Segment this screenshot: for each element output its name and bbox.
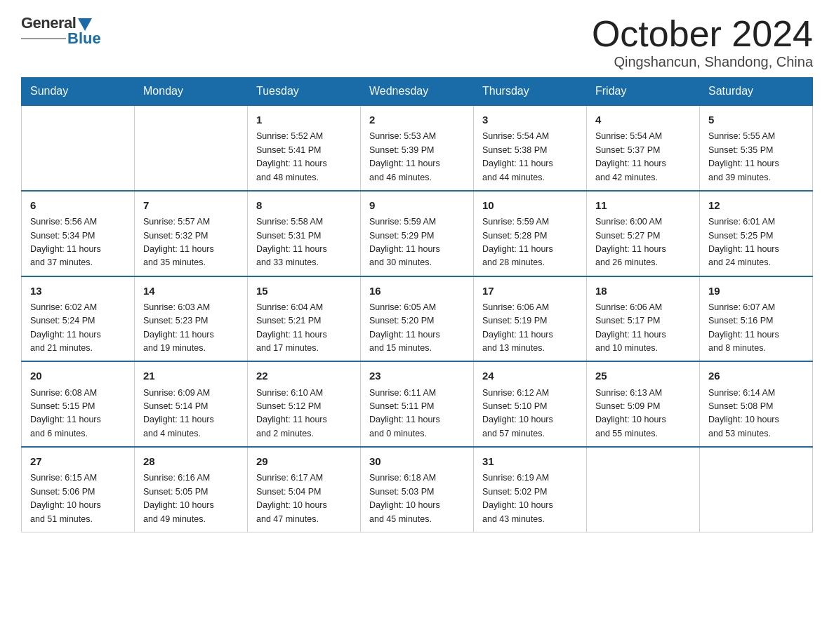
week-row-2: 6Sunrise: 5:56 AM Sunset: 5:34 PM Daylig… bbox=[22, 191, 813, 276]
day-info: Sunrise: 6:09 AM Sunset: 5:14 PM Dayligh… bbox=[143, 387, 239, 441]
day-number: 8 bbox=[256, 197, 352, 213]
day-info: Sunrise: 5:55 AM Sunset: 5:35 PM Dayligh… bbox=[708, 130, 804, 185]
day-info: Sunrise: 6:00 AM Sunset: 5:27 PM Dayligh… bbox=[595, 215, 691, 270]
day-number: 27 bbox=[30, 453, 126, 469]
day-info: Sunrise: 5:54 AM Sunset: 5:37 PM Dayligh… bbox=[595, 130, 691, 185]
day-info: Sunrise: 6:06 AM Sunset: 5:17 PM Dayligh… bbox=[595, 301, 691, 356]
day-info: Sunrise: 5:56 AM Sunset: 5:34 PM Dayligh… bbox=[30, 215, 126, 270]
calendar-cell: 16Sunrise: 6:05 AM Sunset: 5:20 PM Dayli… bbox=[361, 276, 474, 362]
calendar-cell: 22Sunrise: 6:10 AM Sunset: 5:12 PM Dayli… bbox=[248, 361, 361, 447]
header: General Blue October 2024 Qingshancun, S… bbox=[21, 14, 813, 70]
day-number: 5 bbox=[708, 112, 804, 128]
day-number: 6 bbox=[30, 197, 126, 213]
day-info: Sunrise: 5:59 AM Sunset: 5:29 PM Dayligh… bbox=[369, 215, 465, 270]
day-info: Sunrise: 5:52 AM Sunset: 5:41 PM Dayligh… bbox=[256, 130, 352, 185]
calendar-cell: 20Sunrise: 6:08 AM Sunset: 5:15 PM Dayli… bbox=[22, 361, 135, 447]
week-row-3: 13Sunrise: 6:02 AM Sunset: 5:24 PM Dayli… bbox=[22, 276, 813, 362]
title-area: October 2024 Qingshancun, Shandong, Chin… bbox=[592, 14, 813, 70]
calendar-cell: 23Sunrise: 6:11 AM Sunset: 5:11 PM Dayli… bbox=[361, 361, 474, 447]
day-number: 28 bbox=[143, 453, 239, 469]
calendar-cell: 14Sunrise: 6:03 AM Sunset: 5:23 PM Dayli… bbox=[135, 276, 248, 362]
calendar-cell: 30Sunrise: 6:18 AM Sunset: 5:03 PM Dayli… bbox=[361, 447, 474, 532]
calendar-cell bbox=[22, 105, 135, 191]
calendar-cell: 17Sunrise: 6:06 AM Sunset: 5:19 PM Dayli… bbox=[474, 276, 587, 362]
calendar-cell: 21Sunrise: 6:09 AM Sunset: 5:14 PM Dayli… bbox=[135, 361, 248, 447]
day-info: Sunrise: 6:08 AM Sunset: 5:15 PM Dayligh… bbox=[30, 387, 126, 441]
day-number: 3 bbox=[482, 112, 578, 128]
day-info: Sunrise: 6:16 AM Sunset: 5:05 PM Dayligh… bbox=[143, 471, 239, 526]
weekday-header-wednesday: Wednesday bbox=[361, 78, 474, 106]
day-info: Sunrise: 5:53 AM Sunset: 5:39 PM Dayligh… bbox=[369, 130, 465, 185]
calendar-cell: 4Sunrise: 5:54 AM Sunset: 5:37 PM Daylig… bbox=[587, 105, 700, 191]
day-info: Sunrise: 5:58 AM Sunset: 5:31 PM Dayligh… bbox=[256, 215, 352, 270]
calendar-cell: 25Sunrise: 6:13 AM Sunset: 5:09 PM Dayli… bbox=[587, 361, 700, 447]
day-number: 29 bbox=[256, 453, 352, 469]
day-number: 23 bbox=[369, 368, 465, 384]
day-number: 21 bbox=[143, 368, 239, 384]
day-number: 2 bbox=[369, 112, 465, 128]
day-number: 14 bbox=[143, 283, 239, 299]
day-number: 22 bbox=[256, 368, 352, 384]
day-number: 25 bbox=[595, 368, 691, 384]
weekday-header-saturday: Saturday bbox=[700, 78, 813, 106]
weekday-header-row: SundayMondayTuesdayWednesdayThursdayFrid… bbox=[22, 78, 813, 106]
day-number: 10 bbox=[482, 197, 578, 213]
day-info: Sunrise: 6:19 AM Sunset: 5:02 PM Dayligh… bbox=[482, 471, 578, 526]
week-row-5: 27Sunrise: 6:15 AM Sunset: 5:06 PM Dayli… bbox=[22, 447, 813, 532]
day-number: 12 bbox=[708, 197, 804, 213]
week-row-4: 20Sunrise: 6:08 AM Sunset: 5:15 PM Dayli… bbox=[22, 361, 813, 447]
day-number: 4 bbox=[595, 112, 691, 128]
weekday-header-monday: Monday bbox=[135, 78, 248, 106]
weekday-header-sunday: Sunday bbox=[22, 78, 135, 106]
calendar-cell: 11Sunrise: 6:00 AM Sunset: 5:27 PM Dayli… bbox=[587, 191, 700, 276]
calendar-cell: 1Sunrise: 5:52 AM Sunset: 5:41 PM Daylig… bbox=[248, 105, 361, 191]
calendar-cell: 28Sunrise: 6:16 AM Sunset: 5:05 PM Dayli… bbox=[135, 447, 248, 532]
weekday-header-tuesday: Tuesday bbox=[248, 78, 361, 106]
logo: General Blue bbox=[21, 14, 101, 48]
calendar-cell: 6Sunrise: 5:56 AM Sunset: 5:34 PM Daylig… bbox=[22, 191, 135, 276]
day-number: 11 bbox=[595, 197, 691, 213]
calendar-cell bbox=[587, 447, 700, 532]
day-info: Sunrise: 6:14 AM Sunset: 5:08 PM Dayligh… bbox=[708, 387, 804, 441]
day-number: 18 bbox=[595, 283, 691, 299]
calendar-cell: 13Sunrise: 6:02 AM Sunset: 5:24 PM Dayli… bbox=[22, 276, 135, 362]
calendar-cell: 27Sunrise: 6:15 AM Sunset: 5:06 PM Dayli… bbox=[22, 447, 135, 532]
calendar-cell: 7Sunrise: 5:57 AM Sunset: 5:32 PM Daylig… bbox=[135, 191, 248, 276]
calendar-cell: 5Sunrise: 5:55 AM Sunset: 5:35 PM Daylig… bbox=[700, 105, 813, 191]
day-info: Sunrise: 5:59 AM Sunset: 5:28 PM Dayligh… bbox=[482, 215, 578, 270]
calendar-cell: 19Sunrise: 6:07 AM Sunset: 5:16 PM Dayli… bbox=[700, 276, 813, 362]
logo-blue-text: Blue bbox=[67, 29, 101, 48]
day-number: 13 bbox=[30, 283, 126, 299]
day-number: 7 bbox=[143, 197, 239, 213]
day-number: 20 bbox=[30, 368, 126, 384]
day-info: Sunrise: 6:13 AM Sunset: 5:09 PM Dayligh… bbox=[595, 387, 691, 441]
calendar-cell: 26Sunrise: 6:14 AM Sunset: 5:08 PM Dayli… bbox=[700, 361, 813, 447]
calendar-cell: 2Sunrise: 5:53 AM Sunset: 5:39 PM Daylig… bbox=[361, 105, 474, 191]
day-number: 26 bbox=[708, 368, 804, 384]
calendar-cell: 3Sunrise: 5:54 AM Sunset: 5:38 PM Daylig… bbox=[474, 105, 587, 191]
day-number: 30 bbox=[369, 453, 465, 469]
day-info: Sunrise: 6:02 AM Sunset: 5:24 PM Dayligh… bbox=[30, 301, 126, 356]
day-info: Sunrise: 6:01 AM Sunset: 5:25 PM Dayligh… bbox=[708, 215, 804, 270]
day-number: 1 bbox=[256, 112, 352, 128]
month-title: October 2024 bbox=[592, 14, 813, 54]
calendar-cell: 24Sunrise: 6:12 AM Sunset: 5:10 PM Dayli… bbox=[474, 361, 587, 447]
calendar-cell: 10Sunrise: 5:59 AM Sunset: 5:28 PM Dayli… bbox=[474, 191, 587, 276]
calendar-cell: 15Sunrise: 6:04 AM Sunset: 5:21 PM Dayli… bbox=[248, 276, 361, 362]
calendar-cell bbox=[135, 105, 248, 191]
day-number: 24 bbox=[482, 368, 578, 384]
weekday-header-friday: Friday bbox=[587, 78, 700, 106]
day-number: 15 bbox=[256, 283, 352, 299]
calendar-cell: 31Sunrise: 6:19 AM Sunset: 5:02 PM Dayli… bbox=[474, 447, 587, 532]
day-info: Sunrise: 5:54 AM Sunset: 5:38 PM Dayligh… bbox=[482, 130, 578, 185]
day-info: Sunrise: 5:57 AM Sunset: 5:32 PM Dayligh… bbox=[143, 215, 239, 270]
calendar-cell: 9Sunrise: 5:59 AM Sunset: 5:29 PM Daylig… bbox=[361, 191, 474, 276]
day-info: Sunrise: 6:07 AM Sunset: 5:16 PM Dayligh… bbox=[708, 301, 804, 356]
day-info: Sunrise: 6:06 AM Sunset: 5:19 PM Dayligh… bbox=[482, 301, 578, 356]
day-info: Sunrise: 6:11 AM Sunset: 5:11 PM Dayligh… bbox=[369, 387, 465, 441]
day-info: Sunrise: 6:05 AM Sunset: 5:20 PM Dayligh… bbox=[369, 301, 465, 356]
calendar-cell bbox=[700, 447, 813, 532]
calendar-cell: 8Sunrise: 5:58 AM Sunset: 5:31 PM Daylig… bbox=[248, 191, 361, 276]
day-number: 17 bbox=[482, 283, 578, 299]
day-info: Sunrise: 6:04 AM Sunset: 5:21 PM Dayligh… bbox=[256, 301, 352, 356]
